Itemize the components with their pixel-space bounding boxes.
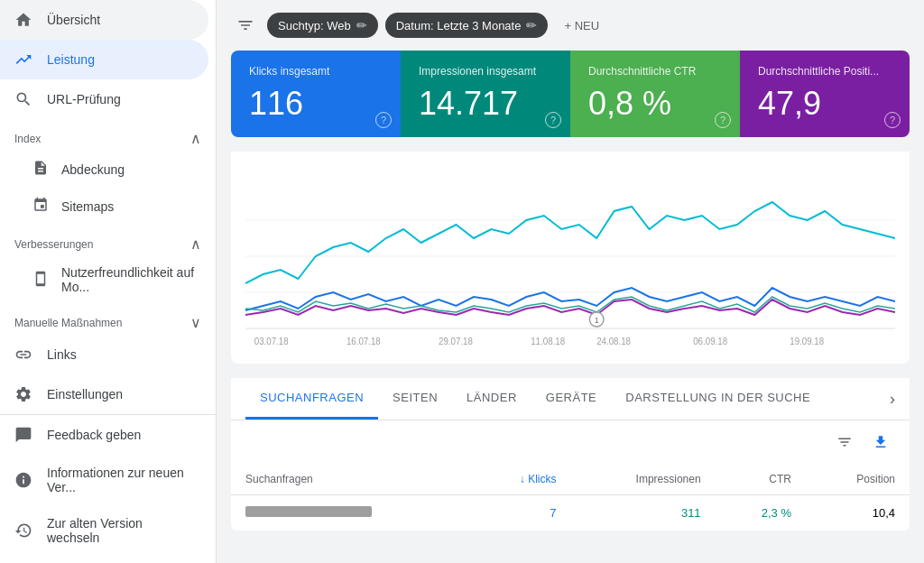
td-position: 10,4 [806, 495, 910, 531]
sidebar-label-uebersicht: Übersicht [47, 13, 100, 27]
tabs-bar: SUCHANFRAGEN SEITEN LÄNDER GERÄTE DARSTE… [231, 378, 910, 420]
th-ctr[interactable]: CTR [716, 464, 806, 495]
sidebar-label-einstellungen: Einstellungen [47, 387, 123, 401]
sidebar-item-feedback[interactable]: Feedback geben [0, 415, 208, 455]
stat-help-klicks[interactable]: ? [375, 112, 392, 128]
td-query [231, 495, 470, 531]
sidebar-label-leistung: Leistung [47, 52, 95, 67]
section-manuelle-label: Manuelle Maßnahmen [14, 317, 122, 329]
datum-chip[interactable]: Datum: Letzte 3 Monate ✏ [385, 13, 549, 38]
sidebar-item-info[interactable]: Informationen zur neuen Ver... [0, 455, 208, 505]
svg-text:06.09.18: 06.09.18 [693, 337, 727, 346]
new-button[interactable]: + NEU [555, 14, 608, 38]
svg-text:11.08.18: 11.08.18 [531, 337, 565, 346]
datum-edit-icon: ✏ [526, 18, 537, 32]
feedback-icon [14, 426, 32, 444]
sidebar-item-alte-version[interactable]: Zur alten Version wechseln [0, 505, 208, 556]
download-table-icon[interactable] [866, 428, 895, 457]
section-index-label: Index [14, 133, 41, 145]
th-klicks[interactable]: ↓ Klicks [470, 464, 571, 495]
stat-card-position: Durchschnittliche Positi... 47,9 ? [740, 51, 910, 137]
sidebar-label-sitemaps: Sitemaps [61, 199, 114, 214]
tab-laender[interactable]: LÄNDER [452, 378, 531, 420]
trending-up-icon [14, 51, 32, 69]
sidebar-label-abdeckung: Abdeckung [61, 162, 125, 177]
table-row: 7 311 2,3 % 10,4 [231, 495, 910, 531]
suchtyp-edit-icon: ✏ [356, 18, 367, 32]
stat-label-position: Durchschnittliche Positi... [758, 65, 892, 78]
td-impressionen: 311 [571, 495, 716, 531]
sidebar-item-sitemaps[interactable]: Sitemaps [0, 188, 216, 225]
table-area: Suchanfragen ↓ Klicks Impressionen CTR P… [231, 420, 910, 531]
stat-label-impressionen: Impressionen insgesamt [419, 65, 552, 78]
info-icon [14, 471, 32, 489]
tab-suchanfragen[interactable]: SUCHANFRAGEN [245, 378, 378, 420]
datum-chip-label: Datum: Letzte 3 Monate [396, 19, 522, 32]
sitemap-icon [32, 197, 49, 216]
filter-table-icon[interactable] [830, 428, 859, 457]
settings-icon [14, 385, 32, 403]
tab-seiten[interactable]: SEITEN [378, 378, 452, 420]
th-position[interactable]: Position [806, 464, 910, 495]
stats-cards: Klicks insgesamt 116 ? Impressionen insg… [231, 51, 910, 137]
file-icon [32, 160, 49, 179]
th-impressionen[interactable]: Impressionen [571, 464, 716, 495]
query-bar [245, 506, 372, 517]
stat-help-impressionen[interactable]: ? [545, 112, 561, 128]
tab-arrow-icon[interactable]: › [890, 390, 895, 409]
stat-card-ctr: Durchschnittliche CTR 0,8 % ? [570, 51, 740, 137]
history-icon [14, 521, 32, 540]
sidebar-footer: Datenschutz Nutzungsbedingungen [0, 556, 216, 563]
sidebar-label-feedback: Feedback geben [47, 428, 141, 442]
sidebar-item-abdeckung[interactable]: Abdeckung [0, 151, 216, 188]
mobile-icon [32, 271, 49, 290]
stat-help-ctr[interactable]: ? [715, 112, 731, 128]
section-index[interactable]: Index ∧ [0, 119, 216, 151]
section-manuelle-massnahmen[interactable]: Manuelle Maßnahmen ∨ [0, 303, 216, 335]
main-content: Suchtyp: Web ✏ Datum: Letzte 3 Monate ✏ … [217, 0, 924, 563]
tab-geraete[interactable]: GERÄTE [531, 378, 611, 420]
data-table: Suchanfragen ↓ Klicks Impressionen CTR P… [231, 464, 910, 531]
section-index-chevron: ∧ [190, 130, 201, 147]
stat-value-impressionen: 14.717 [419, 85, 552, 123]
td-klicks: 7 [470, 495, 571, 531]
sidebar-item-uebersicht[interactable]: Übersicht [0, 0, 208, 40]
sidebar-label-url-pruefung: URL-Prüfung [47, 92, 121, 106]
stat-label-ctr: Durchschnittliche CTR [588, 65, 722, 78]
sidebar-label-nutzerfreundlichkeit: Nutzerfreundlichkeit auf Mo... [61, 265, 201, 294]
svg-text:29.07.18: 29.07.18 [439, 337, 473, 346]
table-toolbar [231, 420, 910, 464]
sidebar-label-alte-version: Zur alten Version wechseln [47, 516, 194, 545]
link-icon [14, 346, 32, 364]
svg-text:16.07.18: 16.07.18 [346, 337, 381, 346]
sidebar-item-einstellungen[interactable]: Einstellungen [0, 374, 208, 414]
sidebar-utility: Feedback geben Informationen zur neuen V… [0, 414, 216, 563]
sidebar: Übersicht Leistung URL-Prüfung Index ∧ A… [0, 0, 217, 563]
svg-text:19.09.18: 19.09.18 [790, 337, 824, 346]
svg-text:1: 1 [595, 316, 599, 325]
sidebar-item-links[interactable]: Links [0, 335, 208, 374]
search-icon [14, 90, 32, 108]
tab-darstellung[interactable]: DARSTELLUNG IN DER SUCHE [611, 378, 825, 420]
home-icon [14, 11, 32, 29]
chart-svg: 1 03.07.18 16.07.18 29.07.18 11.08.18 24… [245, 166, 895, 346]
section-verbesserungen-label: Verbesserungen [14, 238, 93, 251]
sidebar-item-url-pruefung[interactable]: URL-Prüfung [0, 79, 208, 119]
stat-help-position[interactable]: ? [884, 112, 901, 128]
suchtyp-chip[interactable]: Suchtyp: Web ✏ [267, 13, 378, 38]
stat-card-impressionen: Impressionen insgesamt 14.717 ? [401, 51, 570, 137]
new-button-label: + NEU [564, 19, 599, 32]
sidebar-item-leistung[interactable]: Leistung [0, 40, 208, 79]
stat-value-klicks: 116 [249, 85, 383, 123]
chart-area: 1 03.07.18 16.07.18 29.07.18 11.08.18 24… [231, 152, 910, 364]
table-header-row: Suchanfragen ↓ Klicks Impressionen CTR P… [231, 464, 910, 495]
stat-card-klicks: Klicks insgesamt 116 ? [231, 51, 401, 137]
section-verbesserungen[interactable]: Verbesserungen ∧ [0, 225, 216, 256]
sidebar-label-info: Informationen zur neuen Ver... [47, 466, 194, 494]
suchtyp-chip-label: Suchtyp: Web [278, 19, 351, 32]
sidebar-item-nutzerfreundlichkeit[interactable]: Nutzerfreundlichkeit auf Mo... [0, 256, 216, 303]
th-suchanfragen[interactable]: Suchanfragen [231, 464, 470, 495]
filter-icon-button[interactable] [231, 11, 260, 40]
sidebar-label-links: Links [47, 347, 77, 362]
section-verbesserungen-chevron: ∧ [190, 235, 201, 253]
